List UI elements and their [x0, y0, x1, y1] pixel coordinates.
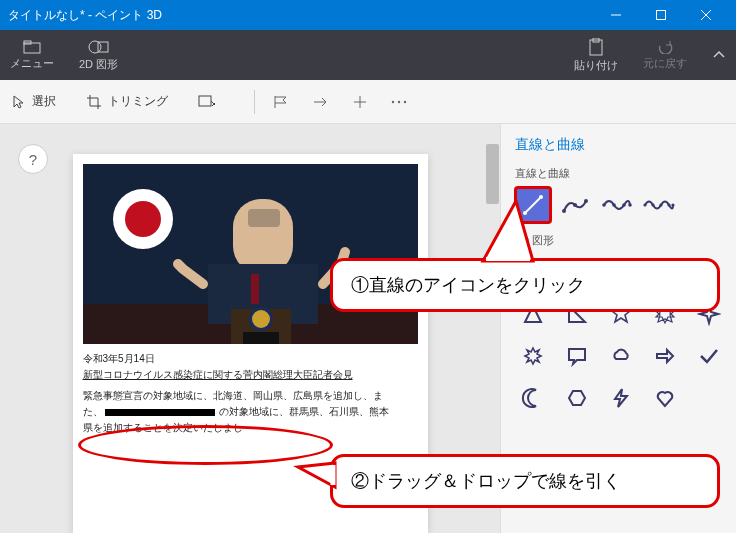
svg-point-6 [89, 41, 101, 53]
undo-label: 元に戻す [643, 56, 687, 71]
burst-shape[interactable] [515, 338, 551, 374]
svg-point-24 [252, 310, 270, 328]
curve3-tool[interactable] [557, 187, 593, 223]
svg-rect-19 [248, 209, 280, 227]
collapse-button[interactable] [712, 50, 726, 60]
moon-shape[interactable] [515, 380, 551, 416]
sidebar-heading: 直線と曲線 [515, 136, 722, 154]
chevron-up-icon [712, 50, 726, 60]
callout-2-text: ②ドラッグ＆ドロップで線を引く [351, 471, 621, 491]
callout-1-text: ①直線のアイコンをクリック [351, 275, 585, 295]
heart-shape[interactable] [647, 380, 683, 416]
paste-button[interactable]: 貼り付け [574, 38, 618, 73]
arrow-right-icon[interactable] [313, 95, 329, 109]
svg-rect-21 [251, 274, 259, 304]
callout-1: ①直線のアイコンをクリック [330, 258, 720, 312]
undo-icon [656, 40, 674, 54]
shapes2d-button[interactable]: 2D 図形 [79, 39, 118, 72]
cloud-shape[interactable] [603, 338, 639, 374]
redaction-line [105, 409, 215, 416]
svg-point-31 [584, 199, 588, 203]
speech-rect-shape[interactable] [559, 338, 595, 374]
section-lines-label: 直線と曲線 [515, 166, 722, 181]
minimize-button[interactable] [593, 0, 638, 30]
svg-point-38 [659, 203, 662, 206]
svg-point-13 [404, 100, 406, 102]
svg-point-17 [125, 201, 161, 237]
paste-icon [588, 38, 604, 56]
crop-icon [86, 94, 102, 110]
undo-button[interactable]: 元に戻す [643, 40, 687, 71]
trimming-label: トリミング [108, 93, 168, 110]
plus-icon[interactable] [353, 95, 367, 109]
flag-icon[interactable] [273, 95, 289, 109]
svg-point-32 [602, 203, 606, 207]
svg-point-37 [651, 203, 654, 206]
check-shape[interactable] [691, 338, 727, 374]
maximize-button[interactable] [638, 0, 683, 30]
arrow-shape[interactable] [647, 338, 683, 374]
folder-icon [23, 40, 41, 54]
callout-2: ②ドラッグ＆ドロップで線を引く [330, 454, 720, 508]
separator [254, 90, 255, 114]
doc-date: 令和3年5月14日 [83, 352, 418, 366]
toolbar: 選択 トリミング [0, 80, 736, 124]
shapes2d-icon [88, 39, 110, 55]
svg-point-39 [667, 203, 670, 206]
window-controls [593, 0, 728, 30]
svg-point-36 [643, 203, 646, 206]
svg-point-11 [392, 100, 394, 102]
svg-point-12 [398, 100, 400, 102]
help-button[interactable]: ? [18, 144, 48, 174]
svg-point-33 [612, 203, 616, 207]
svg-point-29 [562, 209, 566, 213]
svg-point-34 [622, 203, 626, 207]
cursor-icon [12, 94, 26, 110]
curve4-tool[interactable] [599, 187, 635, 223]
svg-rect-10 [199, 96, 211, 106]
titlebar: タイトルなし* - ペイント 3D [0, 0, 736, 30]
menu-label: メニュー [10, 56, 54, 71]
window-title: タイトルなし* - ペイント 3D [8, 7, 593, 24]
document-photo [83, 164, 418, 344]
svg-point-40 [671, 203, 674, 206]
select-tool[interactable]: 選択 [12, 93, 56, 110]
shapes2d-label: 2D 図形 [79, 57, 118, 72]
svg-point-30 [573, 203, 577, 207]
svg-rect-25 [243, 332, 279, 344]
menu-button[interactable]: メニュー [10, 40, 54, 71]
close-button[interactable] [683, 0, 728, 30]
curve5-tool[interactable] [641, 187, 677, 223]
magic-select-tool[interactable] [198, 95, 216, 109]
svg-rect-1 [656, 11, 665, 20]
doc-title: 新型コロナウイルス感染症に関する菅内閣総理大臣記者会見 [83, 368, 418, 382]
svg-point-35 [628, 203, 632, 207]
select-label: 選択 [32, 93, 56, 110]
paste-label: 貼り付け [574, 58, 618, 73]
ribbon: メニュー 2D 図形 貼り付け 元に戻す [0, 30, 736, 80]
lightning-shape[interactable] [603, 380, 639, 416]
crop-tool[interactable]: トリミング [86, 93, 168, 110]
polygon-shape[interactable] [559, 380, 595, 416]
scroll-thumb[interactable] [486, 144, 499, 204]
more-icon[interactable] [391, 99, 407, 105]
magic-select-icon [198, 95, 216, 109]
